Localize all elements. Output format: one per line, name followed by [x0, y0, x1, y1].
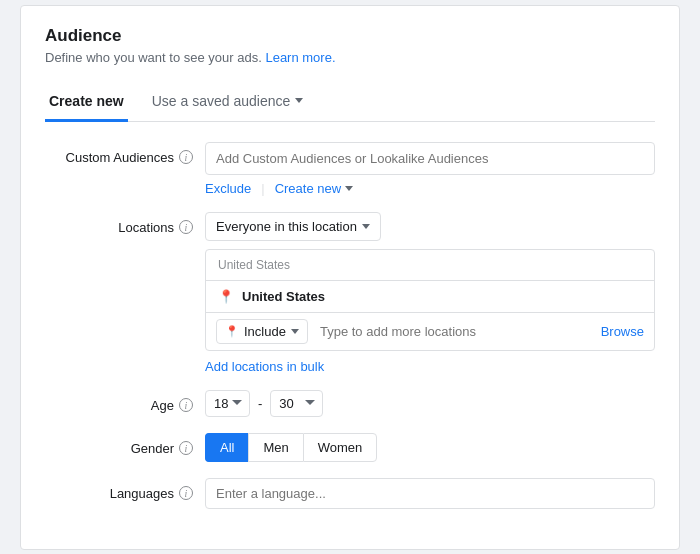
add-location-input[interactable] [316, 320, 593, 343]
age-min-select[interactable]: 131415 161718 192021 222535 455565 [205, 390, 250, 417]
locations-label: Locations i [45, 212, 205, 235]
learn-more-link[interactable]: Learn more. [265, 50, 335, 65]
languages-content [205, 478, 655, 509]
languages-info-icon[interactable]: i [179, 486, 193, 500]
language-input[interactable] [205, 478, 655, 509]
age-max-select[interactable]: 181920 212225 303545 556565+ [270, 390, 323, 417]
age-info-icon[interactable]: i [179, 398, 193, 412]
age-dash: - [258, 396, 262, 411]
pin-icon: 📍 [218, 289, 234, 304]
gender-group: All Men Women [205, 433, 655, 462]
browse-link[interactable]: Browse [601, 324, 644, 339]
locations-info-icon[interactable]: i [179, 220, 193, 234]
create-new-chevron-icon [345, 186, 353, 191]
audience-card: Audience Define who you want to see your… [20, 5, 680, 550]
location-footer: 📍 Include Browse [206, 312, 654, 350]
section-title: Audience [45, 26, 655, 46]
location-header: United States [206, 250, 654, 281]
include-dropdown[interactable]: 📍 Include [216, 319, 308, 344]
create-new-dropdown[interactable]: Create new [275, 181, 353, 196]
add-bulk-link[interactable]: Add locations in bulk [205, 359, 324, 374]
tab-saved-audience[interactable]: Use a saved audience [148, 83, 308, 122]
gender-row: Gender i All Men Women [45, 433, 655, 462]
gender-content: All Men Women [205, 433, 655, 462]
custom-audiences-row: Custom Audiences i Exclude | Create new [45, 142, 655, 196]
gender-men-button[interactable]: Men [248, 433, 302, 462]
gender-women-button[interactable]: Women [303, 433, 378, 462]
age-inputs: 131415 161718 192021 222535 455565 - 181… [205, 390, 655, 417]
include-pin-icon: 📍 [225, 325, 239, 338]
tab-create-new[interactable]: Create new [45, 83, 128, 122]
location-item: 📍 United States [206, 281, 654, 312]
custom-audiences-input[interactable] [205, 142, 655, 175]
languages-label: Languages i [45, 478, 205, 501]
location-box: United States 📍 United States 📍 Include … [205, 249, 655, 351]
locations-content: Everyone in this location United States … [205, 212, 655, 374]
location-type-dropdown[interactable]: Everyone in this location [205, 212, 381, 241]
gender-info-icon[interactable]: i [179, 441, 193, 455]
exclude-link[interactable]: Exclude [205, 181, 251, 196]
custom-audiences-info-icon[interactable]: i [179, 150, 193, 164]
location-type-chevron-icon [362, 224, 370, 229]
tabs-container: Create new Use a saved audience [45, 83, 655, 122]
include-chevron-icon [291, 329, 299, 334]
saved-audience-chevron-icon [295, 98, 303, 103]
custom-audiences-content: Exclude | Create new [205, 142, 655, 196]
separator: | [261, 181, 264, 196]
gender-label: Gender i [45, 433, 205, 456]
exclude-row: Exclude | Create new [205, 181, 655, 196]
gender-all-button[interactable]: All [205, 433, 248, 462]
age-content: 131415 161718 192021 222535 455565 - 181… [205, 390, 655, 417]
age-label: Age i [45, 390, 205, 413]
age-row: Age i 131415 161718 192021 222535 455565… [45, 390, 655, 417]
section-description: Define who you want to see your ads. Lea… [45, 50, 655, 65]
locations-row: Locations i Everyone in this location Un… [45, 212, 655, 374]
custom-audiences-label: Custom Audiences i [45, 142, 205, 165]
languages-row: Languages i [45, 478, 655, 509]
section-header: Audience Define who you want to see your… [45, 26, 655, 65]
